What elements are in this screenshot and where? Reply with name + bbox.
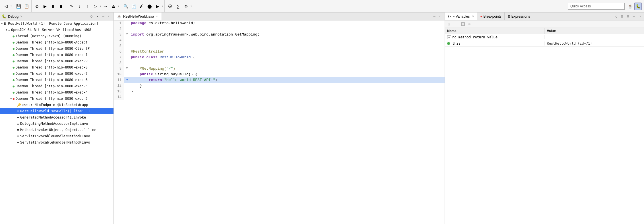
quick-access-box[interactable]: Quick Access xyxy=(568,3,625,10)
debug-panel-close-icon: ✕ xyxy=(20,15,22,18)
app-icon-1: 🖥 xyxy=(3,22,7,26)
resume-dropdown[interactable]: ▾ xyxy=(100,5,101,7)
open-dec-button[interactable]: ⬤ xyxy=(146,3,153,10)
external-tools-button[interactable]: ⚙ xyxy=(182,3,190,10)
line-num-13: 13 xyxy=(114,89,124,94)
line-gutter-9: ⊖ xyxy=(124,66,130,69)
editor-tab-resthelloworld[interactable]: ☕ RestHelloWorld.java ✕ xyxy=(114,13,162,20)
tree-item-servlet-invocable-1[interactable]: ▶ ≡ ServletInvocableHandlerMethod(Invo xyxy=(0,133,113,139)
toolbar-group-search: 🔍 📄 🖊 ⬤ ▶ ▾ xyxy=(121,0,165,12)
run-button[interactable]: ▶ xyxy=(41,3,49,10)
disconnect-button[interactable]: ⏏ xyxy=(110,3,117,10)
var-name-label-2: this xyxy=(452,42,461,45)
debug-panel-minimize2-button[interactable]: ─ xyxy=(101,14,106,19)
tree-item-thread-accept[interactable]: ▶ ● Daemon Thread [http-nio-8080-Accept xyxy=(0,39,113,45)
tree-item-label-8: Daemon Thread [http-nio-8080-exec-8 xyxy=(16,65,88,69)
run-to-line-button[interactable]: ⇒ xyxy=(102,3,109,10)
vars-view-menu-button[interactable]: ▤ xyxy=(619,14,624,19)
line-content-1: package es.okteto.helloworld; xyxy=(130,20,445,26)
tree-item-jvm[interactable]: ▼ ☕ OpenJDK 64-Bit Server VM [localhost:… xyxy=(0,27,113,33)
vars-split-button[interactable]: ⊟ xyxy=(625,14,630,19)
tree-item-thread-exec6[interactable]: ▶ ● Daemon Thread [http-nio-8080-exec-6 xyxy=(0,77,113,83)
stack-frame-icon-5: ≡ xyxy=(17,134,19,138)
line-num-2: 2 xyxy=(114,26,124,32)
tree-item-generated-accessor[interactable]: ▶ ≡ GeneratedMethodAccessor41.invoke xyxy=(0,114,113,121)
tree-item-thread-clientp[interactable]: ▶ ● Daemon Thread [http-nio-8080-ClientP xyxy=(0,45,113,52)
editor-tab-bar: ☕ RestHelloWorld.java ✕ ─ □ xyxy=(114,13,445,20)
editor-tab-close[interactable]: ✕ xyxy=(156,15,158,18)
tab-breakpoints[interactable]: ● Breakpoints xyxy=(477,13,505,20)
fold-icon-3[interactable]: ⊖ xyxy=(126,32,128,35)
tree-item-label-5: Daemon Thread [http-nio-8080-ClientP xyxy=(16,47,90,51)
tab-variables[interactable]: (x)= Variables ✕ xyxy=(445,13,477,20)
var-row-this[interactable]: this RestHelloWorld (id=71) xyxy=(445,40,644,47)
code-line-14: 14 xyxy=(114,94,445,100)
tree-item-thread-exec7[interactable]: ▶ ● Daemon Thread [http-nio-8080-exec-7 xyxy=(0,70,113,77)
run-last-dropdown[interactable]: ▾ xyxy=(162,5,163,7)
java-perspective-button[interactable]: ☕ xyxy=(626,3,634,10)
line-num-7: 7 xyxy=(114,55,124,60)
editor-minimize-button[interactable]: ─ xyxy=(432,14,437,19)
debug-panel-maximize-button[interactable]: □ xyxy=(107,14,112,19)
open-resource-button[interactable]: 🖊 xyxy=(138,3,145,10)
tree-item-delegating-accessor[interactable]: ▶ ≡ DelegatingMethodAccessorImpl.invo xyxy=(0,121,113,127)
line-num-8: 8 xyxy=(114,60,124,66)
thread-icon-3: ● xyxy=(13,47,15,51)
tree-item-nioendpoint[interactable]: ▶ 🔑 owns: NioEndpoint$NioSocketWrapp xyxy=(0,102,113,108)
tab-expressions[interactable]: ⊞ Expressions xyxy=(505,13,533,20)
code-editor[interactable]: 1 package es.okteto.helloworld; 2 3 ⊖ im… xyxy=(114,20,445,224)
pause-button[interactable]: ⏸ xyxy=(49,3,57,10)
step-over-button[interactable]: ↷ xyxy=(68,3,75,10)
tree-item-label-16: GeneratedMethodAccessor41.invoke xyxy=(20,115,86,119)
tree-item-thread-exec1[interactable]: ▶ ● Daemon Thread [http-nio-8080-exec-1 xyxy=(0,52,113,58)
run-last-button[interactable]: ▶ xyxy=(154,3,161,10)
save-all-button[interactable]: 📋 xyxy=(23,3,30,10)
show-logical-structure-button[interactable]: 🔲 xyxy=(460,21,466,27)
variables-list: ⊞ no method return value this RestHelloW… xyxy=(445,34,644,224)
tree-item-thread-exec3[interactable]: ▼ ● Daemon Thread [http-nio-8080-exec-3 xyxy=(0,96,113,102)
search-button[interactable]: 🔍 xyxy=(122,3,129,10)
tree-item-thread-exec5[interactable]: ▶ ● Daemon Thread [http-nio-8080-exec-5 xyxy=(0,83,113,89)
tree-item-sayhello[interactable]: ▶ ≡ RestHelloWorld.sayHello() line: 11 xyxy=(0,108,113,114)
debug-panel-minimize-button[interactable]: ⬡ xyxy=(89,14,94,19)
code-line-3: 3 ⊖ import org.springframework.web.bind.… xyxy=(114,32,445,38)
tree-item-method-invoke[interactable]: ▶ ≡ Method.invoke(Object, Object...) lin… xyxy=(0,127,113,133)
var-row-no-return[interactable]: ⊞ no method return value xyxy=(445,34,644,40)
external-tools-dropdown[interactable]: ▾ xyxy=(191,5,192,7)
vars-maximize-button[interactable]: □ xyxy=(637,14,642,19)
line-num-6: 6 xyxy=(114,49,124,55)
vars-minimize-button[interactable]: ─ xyxy=(631,14,636,19)
debug-perspective-button[interactable]: 🐛 xyxy=(634,3,642,10)
expressions-button[interactable]: ∑ xyxy=(174,3,182,10)
resume-button[interactable]: ▷ xyxy=(92,3,99,10)
editor-maximize-button[interactable]: □ xyxy=(438,14,443,19)
show-type-names-button[interactable]: T xyxy=(453,21,459,27)
step-return-button[interactable]: ↑ xyxy=(84,3,91,10)
fold-icon-9[interactable]: ⊖ xyxy=(126,66,128,69)
back-dropdown[interactable]: ▾ xyxy=(11,5,12,7)
tree-item-thread-exec9[interactable]: ▶ ● Daemon Thread [http-nio-8080-exec-9 xyxy=(0,58,113,64)
collapse-all-button[interactable]: ⊞ xyxy=(446,21,452,27)
stop-button[interactable]: ⏹ xyxy=(57,3,65,10)
tree-item-resthelloworld[interactable]: ▼ 🖥 RestHelloWorld (1) [Remote Java Appl… xyxy=(0,20,113,27)
tree-item-label-12: Daemon Thread [http-nio-8080-exec-4 xyxy=(16,90,88,94)
tree-item-thread-destroyjavavm[interactable]: ▶ ● Thread [DestroyJavaVM] (Running) xyxy=(0,33,113,39)
disconnect-dropdown[interactable]: ▾ xyxy=(118,5,119,7)
skip-all-breakpoints-button[interactable]: ⊘ xyxy=(33,3,41,10)
tree-item-thread-exec8[interactable]: ▶ ● Daemon Thread [http-nio-8080-exec-8 xyxy=(0,64,113,70)
save-button[interactable]: 💾 xyxy=(15,3,22,10)
vars-collapse-button[interactable]: ◁ xyxy=(613,14,618,19)
back-button[interactable]: ◁ xyxy=(2,3,10,10)
thread-icon-4: ● xyxy=(13,53,15,57)
tree-item-servlet-invocable-2[interactable]: ▶ ≡ ServletInvocableHandlerMethod(Invo xyxy=(0,139,113,146)
step-into-button[interactable]: ↓ xyxy=(76,3,83,10)
open-type-button[interactable]: 📄 xyxy=(130,3,137,10)
change-var-value-button[interactable]: ✏ xyxy=(467,21,473,27)
main-layout: 🐛 Debug ✕ ⬡ ▾ ─ □ ▼ 🖥 RestHelloWorld (1)… xyxy=(0,13,644,224)
stack-frame-icon-4: ≡ xyxy=(17,128,19,132)
code-line-8: 8 xyxy=(114,60,445,66)
tree-item-thread-exec4[interactable]: ▶ ● Daemon Thread [http-nio-8080-exec-4 xyxy=(0,89,113,96)
breakpoints-button[interactable]: ⦿ xyxy=(166,3,174,10)
line-num-4: 4 xyxy=(114,38,124,43)
debug-panel-dropdown-button[interactable]: ▾ xyxy=(95,14,100,19)
